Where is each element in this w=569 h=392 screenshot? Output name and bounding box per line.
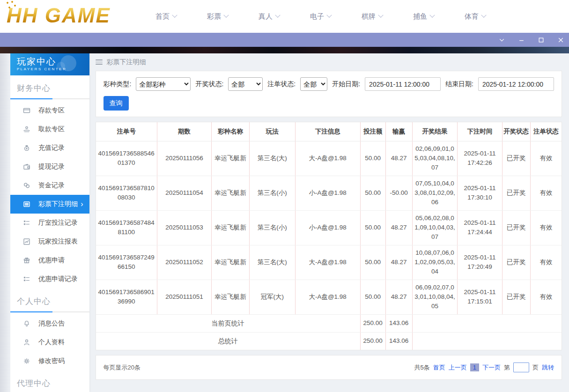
sidebar-item-label: 优惠申请记录 <box>38 275 78 283</box>
window-titlebar <box>0 33 569 47</box>
sidebar-item[interactable]: 消息公告 <box>10 314 89 333</box>
sidebar-item[interactable]: 个人资料 <box>10 333 89 352</box>
pager: 共5条 首页 上一页 1 下一页 第 页 跳转 <box>414 362 554 372</box>
table-cell: 20250111051 <box>157 280 211 314</box>
table-cell: 50.00 <box>360 176 385 210</box>
summary-label: 当前页统计 <box>96 314 361 332</box>
lottery-type-select[interactable]: 全部彩种 <box>136 77 191 91</box>
prev-page-link[interactable]: 上一页 <box>449 363 467 372</box>
main-content: 彩票下注明细 彩种类型: 全部彩种 开奖状态: 全部 注单状态: 全部 <box>89 53 569 392</box>
table-cell: 小-A盘@1.98 <box>295 210 360 245</box>
page-jump-input[interactable] <box>513 362 529 372</box>
table-cell: 冠军(大) <box>250 280 296 314</box>
chevron-down-icon <box>429 13 435 18</box>
column-header: 彩种名称 <box>212 122 250 141</box>
minimize-button[interactable] <box>517 36 525 44</box>
sidebar-item[interactable]: 存款专区 <box>10 101 89 120</box>
chevron-down-icon <box>172 13 177 18</box>
nav-item-3[interactable]: 电子 <box>310 12 331 21</box>
jump-link[interactable]: 跳转 <box>542 363 554 372</box>
nav-item-6[interactable]: 体育 <box>465 12 486 21</box>
table-cell: 2025-01-11 17:30:10 <box>458 176 502 210</box>
table-cell: 05,06,02,08,01,09,10,04,03,07 <box>412 210 458 245</box>
summary-winloss: 143.06 <box>385 332 412 350</box>
per-page-label: 每页显示20条 <box>103 363 140 372</box>
workspace: 玩家中心 PLAYERS CENTER 财务中心存款专区取款专区充值记录提现记录… <box>0 53 569 392</box>
table-cell: 小-A盘@1.98 <box>295 176 360 210</box>
nav-item-label: 捕鱼 <box>413 12 427 21</box>
table-cell: 20250111053 <box>157 210 211 245</box>
draw-status-select[interactable]: 全部 <box>228 77 263 91</box>
chevron-down-icon[interactable] <box>498 36 505 44</box>
table-row: 40156917365874848110020250111053幸运飞艇新第三名… <box>96 210 562 245</box>
order-status-select[interactable]: 全部 <box>300 77 327 91</box>
sidebar-item-label: 优惠申请 <box>38 256 65 265</box>
nav-item-1[interactable]: 彩票 <box>207 12 228 21</box>
sidebar-item[interactable]: 优惠申请 <box>10 251 89 270</box>
table-cell: 有效 <box>530 141 562 176</box>
maximize-button[interactable] <box>537 36 545 44</box>
section-divider <box>10 311 89 312</box>
nav-item-label: 电子 <box>310 12 324 21</box>
table-cell: 50.00 <box>360 280 385 314</box>
sidebar-item-label: 存款专区 <box>38 106 65 115</box>
table-cell: 第三名(小) <box>250 176 296 210</box>
nav-item-label: 棋牌 <box>362 12 376 21</box>
total-count-label: 共5条 <box>414 363 430 372</box>
nav-item-label: 体育 <box>465 12 479 21</box>
column-header: 开奖状态 <box>502 122 530 141</box>
sidebar-item[interactable]: 玩家投注报表 <box>10 232 89 251</box>
table-cell: 已开奖 <box>502 141 530 176</box>
nav-item-0[interactable]: 首页 <box>155 12 177 21</box>
main-nav: 首页彩票真人电子棋牌捕鱼体育 <box>155 0 486 33</box>
column-header: 注单号 <box>96 122 157 141</box>
sidebar-item[interactable]: 优惠申请记录 <box>10 270 89 288</box>
sidebar-item[interactable]: 修改密码 <box>10 352 89 370</box>
table-row: 40156917365869013699020250111051幸运飞艇新冠军(… <box>96 280 562 314</box>
table-row: 40156917365878100803020250111054幸运飞艇新第三名… <box>96 176 562 210</box>
sidebar-item[interactable]: 资金记录 <box>10 176 89 195</box>
current-page-badge: 1 <box>470 363 479 371</box>
first-page-link[interactable]: 首页 <box>433 363 445 372</box>
next-page-link[interactable]: 下一页 <box>482 363 501 372</box>
nav-item-2[interactable]: 真人 <box>259 12 280 21</box>
chevron-right-icon: › <box>81 200 83 208</box>
wallet-icon <box>23 163 30 170</box>
summary-row: 总统计250.00143.06 <box>96 332 562 350</box>
table-cell: 有效 <box>530 176 562 210</box>
table-cell: 10,08,07,06,01,02,09,05,03,04 <box>412 245 458 280</box>
sidebar-item[interactable]: 充值记录 <box>10 139 89 157</box>
search-button[interactable]: 查询 <box>103 96 129 111</box>
table-cell: 20250111052 <box>157 245 211 280</box>
close-button[interactable] <box>557 36 564 44</box>
end-date-label: 结束日期: <box>445 80 473 89</box>
summary-bet-amount: 250.00 <box>360 332 385 350</box>
table-cell: 有效 <box>530 280 562 314</box>
pagination-bar: 每页显示20条 共5条 首页 上一页 1 下一页 第 页 跳转 <box>96 355 562 380</box>
table-cell: 第三名(小) <box>250 210 296 245</box>
column-header: 输赢 <box>385 122 412 141</box>
menu-icon[interactable] <box>96 59 103 65</box>
sidebar-item[interactable]: 厅室投注记录 <box>10 214 89 232</box>
table-cell: 06,09,02,07,03,01,10,08,04,05 <box>412 280 458 314</box>
chevron-down-icon <box>378 13 383 18</box>
site-logo[interactable]: HH GAME <box>7 4 111 27</box>
table-cell: 20250111054 <box>157 176 211 210</box>
table-cell: 已开奖 <box>502 280 530 314</box>
doc-icon <box>23 200 30 208</box>
gift-icon <box>23 257 30 264</box>
summary-label: 总统计 <box>96 332 361 350</box>
end-date-input[interactable] <box>478 77 554 91</box>
table-cell: 第三名(大) <box>250 245 296 280</box>
sidebar-header: 玩家中心 PLAYERS CENTER <box>10 53 89 75</box>
table-cell: 幸运飞艇新 <box>212 280 250 314</box>
sidebar-section-title: 个人中心 <box>10 288 89 307</box>
sidebar-item[interactable]: 提现记录 <box>10 157 89 176</box>
nav-item-5[interactable]: 捕鱼 <box>413 12 434 21</box>
sidebar-item[interactable]: 彩票下注明细› <box>10 195 89 214</box>
sidebar-item[interactable]: 取款专区 <box>10 120 89 139</box>
start-date-input[interactable] <box>365 77 441 91</box>
nav-item-4[interactable]: 棋牌 <box>362 12 383 21</box>
table-cell: 2025-01-11 17:15:01 <box>458 280 502 314</box>
list-icon <box>23 219 30 227</box>
